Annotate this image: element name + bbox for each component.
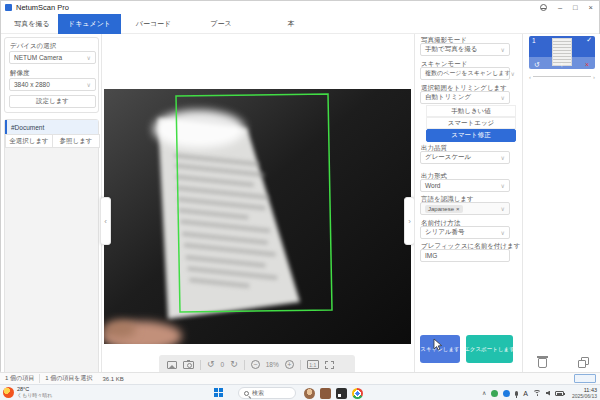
scroll-left-icon[interactable]: ‹ bbox=[529, 74, 531, 80]
tab-barcode[interactable]: バーコード bbox=[121, 14, 186, 34]
toolbar-divider bbox=[244, 360, 245, 370]
close-button[interactable]: × bbox=[589, 4, 593, 12]
crop-option-manual-threshold[interactable]: 手動しきい値 bbox=[426, 105, 516, 117]
taskbar-app-user[interactable] bbox=[304, 388, 315, 399]
apply-settings-button[interactable]: 設定します bbox=[9, 95, 96, 108]
taskbar-app-3[interactable] bbox=[336, 388, 347, 399]
resolution-value: 3840 x 2880 bbox=[14, 81, 50, 88]
chevron-down-icon: ∨ bbox=[501, 205, 505, 212]
language-dropdown[interactable]: Japanese × ∨ bbox=[420, 202, 510, 215]
crop-option-smart-correction[interactable]: スマート修正 bbox=[426, 129, 516, 142]
search-icon bbox=[244, 391, 249, 396]
wifi-icon[interactable] bbox=[533, 390, 541, 397]
taskbar-search[interactable]: 検索 bbox=[238, 387, 296, 399]
naming-dropdown[interactable]: シリアル番号 ∨ bbox=[420, 226, 510, 239]
browse-button[interactable]: 参照します bbox=[52, 134, 100, 148]
thumbnail-scrollbar[interactable]: ‹ › bbox=[529, 73, 595, 80]
rotate-left-icon[interactable]: ↺ bbox=[207, 360, 215, 369]
chevron-down-icon: ∨ bbox=[87, 81, 91, 88]
tab-take-photo[interactable]: 写真を撮る bbox=[6, 14, 58, 34]
fit-screen-icon[interactable] bbox=[325, 361, 334, 369]
scrollbar-track bbox=[533, 76, 591, 77]
weather-icon bbox=[3, 387, 14, 398]
camera-icon[interactable] bbox=[183, 361, 194, 369]
scan-mode-dropdown[interactable]: 複数のページをスキャンします ∨ bbox=[420, 67, 510, 80]
device-sidebar: デバイスの選択 NETUM Camera ∨ 解像度 3840 x 2880 ∨… bbox=[1, 34, 102, 373]
chevron-down-icon: ∨ bbox=[501, 229, 505, 236]
crop-dropdown[interactable]: 自動トリミング ∨ bbox=[420, 91, 510, 104]
prev-page-button[interactable]: ‹ bbox=[100, 197, 111, 245]
actual-size-icon[interactable]: 1:1 bbox=[307, 360, 319, 369]
document-file-list[interactable] bbox=[5, 148, 98, 376]
title-bar: NetumScan Pro – □ × bbox=[1, 1, 599, 14]
tray-app-icon[interactable] bbox=[503, 390, 510, 397]
chevron-down-icon: ∨ bbox=[87, 54, 91, 61]
desktop-screen: NetumScan Pro – □ × 写真を撮る ドキュメント バーコード ブ… bbox=[0, 0, 600, 400]
language-tag-text: Japanese bbox=[428, 206, 454, 212]
naming-value: シリアル番号 bbox=[425, 228, 465, 237]
export-button[interactable]: エクスポートします bbox=[466, 335, 513, 363]
camera-feed-image bbox=[104, 89, 411, 344]
volume-icon[interactable] bbox=[546, 391, 550, 396]
taskbar-app-browser[interactable] bbox=[352, 388, 363, 399]
system-tray: ∧ A bbox=[482, 385, 564, 400]
tab-booth[interactable]: ブース bbox=[186, 14, 256, 34]
quality-dropdown[interactable]: グレースケール ∨ bbox=[420, 151, 510, 164]
tab-document[interactable]: ドキュメント bbox=[58, 14, 121, 34]
document-section-header: #Document bbox=[5, 120, 98, 134]
document-list-box: #Document 全選択します 参照します bbox=[4, 119, 99, 375]
thumbnail-item[interactable]: 1 ✓ ↺ ↑ × bbox=[529, 36, 595, 69]
explorer-fragment bbox=[574, 374, 596, 383]
ime-indicator[interactable]: A bbox=[523, 390, 528, 397]
thumbnail-move-up-icon[interactable]: ↑ bbox=[560, 61, 564, 68]
weather-widget[interactable]: 28°C くもり時々晴れ bbox=[3, 386, 52, 398]
taskbar-app-2[interactable] bbox=[320, 388, 331, 399]
language-globe-icon[interactable] bbox=[540, 4, 547, 11]
maximize-button[interactable]: □ bbox=[573, 4, 578, 12]
tray-app-icon[interactable] bbox=[491, 390, 498, 397]
camera-preview-panel: ‹ › ↺ 0 ↻ − 18% + 1:1 bbox=[102, 34, 414, 373]
device-select-value: NETUM Camera bbox=[14, 54, 62, 61]
items-total: 1 個の項目 bbox=[0, 374, 39, 383]
duplicate-pages-icon[interactable] bbox=[578, 357, 590, 369]
clock-date: 2025/06/13 bbox=[572, 393, 597, 399]
thumbnail-number: 1 bbox=[532, 37, 536, 44]
tray-chevron-icon[interactable]: ∧ bbox=[482, 390, 486, 396]
thumbnail-rotate-left-icon[interactable]: ↺ bbox=[534, 61, 540, 68]
photo-mode-value: 手動で写真を撮る bbox=[425, 45, 477, 54]
capture-image-icon[interactable] bbox=[167, 361, 177, 369]
resolution-label: 解像度 bbox=[10, 69, 30, 78]
mouse-cursor bbox=[433, 338, 443, 351]
scroll-right-icon[interactable]: › bbox=[593, 74, 595, 80]
prefix-input[interactable]: IMG bbox=[420, 249, 510, 262]
tab-book[interactable]: 本 bbox=[256, 14, 326, 34]
remove-tag-icon[interactable]: × bbox=[456, 206, 460, 212]
weather-desc: くもり時々晴れ bbox=[17, 392, 52, 398]
photo-mode-dropdown[interactable]: 手動で写真を撮る ∨ bbox=[420, 43, 510, 56]
language-tag[interactable]: Japanese × bbox=[425, 205, 463, 213]
scan-settings-panel: 写真撮影モード 手動で写真を撮る ∨ スキャンモード 複数のページをスキャンしま… bbox=[414, 34, 522, 373]
items-selected: 1 個の項目を選択 bbox=[39, 374, 97, 383]
zoom-out-icon[interactable]: − bbox=[251, 360, 260, 369]
taskbar-clock[interactable]: 11:43 2025/06/13 bbox=[572, 387, 597, 399]
crop-value: 自動トリミング bbox=[425, 93, 471, 102]
windows-taskbar: 28°C くもり時々晴れ 検索 ∧ A 11:43 2025/06/13 bbox=[0, 384, 600, 400]
zoom-in-icon[interactable]: + bbox=[285, 360, 294, 369]
chevron-left-icon: ‹ bbox=[104, 217, 107, 226]
microphone-icon[interactable] bbox=[515, 391, 518, 396]
netumscan-window: NetumScan Pro – □ × 写真を撮る ドキュメント バーコード ブ… bbox=[0, 0, 600, 372]
start-button[interactable] bbox=[214, 388, 223, 397]
device-select-dropdown[interactable]: NETUM Camera ∨ bbox=[9, 51, 96, 64]
minimize-button[interactable]: – bbox=[558, 4, 562, 12]
format-value: Word bbox=[425, 182, 440, 189]
trash-icon[interactable] bbox=[538, 358, 547, 368]
rotate-right-icon[interactable]: ↻ bbox=[230, 360, 238, 369]
thumbnail-delete-icon[interactable]: × bbox=[585, 61, 589, 68]
select-all-button[interactable]: 全選択します bbox=[5, 134, 53, 148]
format-dropdown[interactable]: Word ∨ bbox=[420, 179, 510, 192]
crop-option-smart-edge[interactable]: スマートエッジ bbox=[426, 117, 516, 129]
thumbnail-panel: 1 ✓ ↺ ↑ × ‹ › bbox=[522, 34, 600, 373]
battery-icon[interactable] bbox=[555, 391, 564, 396]
resolution-dropdown[interactable]: 3840 x 2880 ∨ bbox=[9, 78, 96, 91]
toolbar-divider bbox=[200, 360, 201, 370]
